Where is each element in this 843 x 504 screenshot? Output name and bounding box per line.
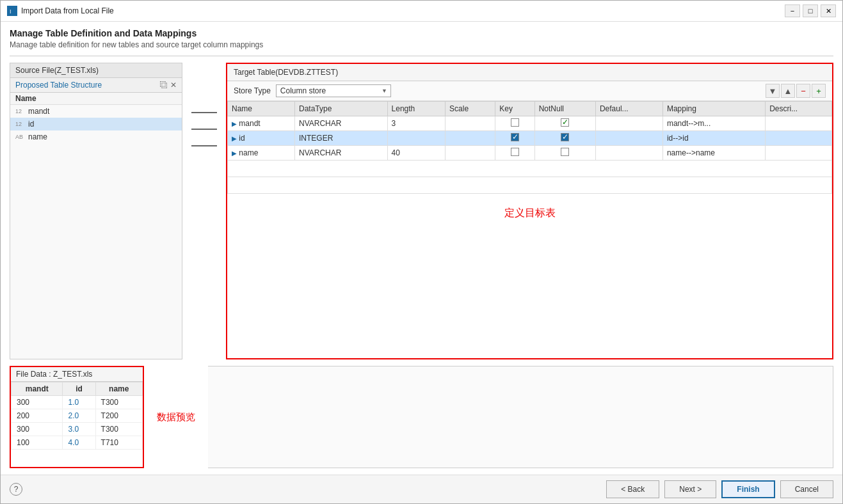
- expand-mandt[interactable]: ▶: [232, 120, 237, 127]
- val-mandt-1: 300: [12, 396, 63, 409]
- bottom-right-area: [208, 366, 833, 468]
- copy-icon[interactable]: ⿻: [160, 81, 168, 90]
- row-mandt-length: 3: [387, 116, 445, 131]
- col-mandt: mandt: [12, 382, 63, 396]
- badge-mandt: 12: [15, 108, 26, 114]
- source-file-section: Source File(Z_TEST.xls) Proposed Table S…: [10, 63, 182, 359]
- list-item: 300 3.0 T300: [12, 423, 143, 436]
- table-row[interactable]: ▶ name NVARCHAR 40 name-->name: [228, 146, 832, 161]
- name-mandt: mandt: [28, 107, 177, 116]
- down-arrow-btn[interactable]: ▼: [766, 84, 780, 98]
- close-button[interactable]: ✕: [821, 4, 836, 17]
- row-name-length: 40: [387, 146, 445, 161]
- window-controls: − □ ✕: [785, 4, 836, 17]
- store-type-wrapper[interactable]: Column store Row store: [276, 84, 391, 97]
- proposed-label: Proposed Table Structure: [15, 81, 157, 90]
- table-row-empty: [228, 161, 832, 177]
- key-checkbox-name[interactable]: [511, 148, 519, 156]
- row-id-desc: [766, 131, 832, 146]
- row-id-scale: [446, 131, 495, 146]
- val-id-3: 3.0: [63, 423, 95, 436]
- close-icon[interactable]: ✕: [170, 81, 177, 90]
- svg-text:I: I: [10, 8, 12, 15]
- val-name-1: T300: [95, 396, 142, 409]
- notnull-checkbox-mandt[interactable]: [561, 118, 569, 127]
- row-mandt-scale: [446, 116, 495, 131]
- target-table: Name DataType Length Scale Key NotNull D…: [227, 101, 832, 194]
- back-button[interactable]: < Back: [606, 480, 659, 498]
- name-id: id: [28, 120, 177, 129]
- app-icon: I: [7, 6, 17, 16]
- val-name-3: T300: [95, 423, 142, 436]
- key-checkbox-id[interactable]: [511, 133, 519, 141]
- badge-id: 12: [15, 121, 26, 127]
- row-name-notnull: [534, 146, 595, 161]
- badge-name: AB: [15, 134, 26, 140]
- window-title: Import Data from Local File: [21, 6, 785, 15]
- connector-svg: [191, 101, 217, 178]
- separator: [10, 56, 833, 56]
- page-title: Manage Table Definition and Data Mapping…: [10, 28, 833, 38]
- val-mandt-2: 200: [12, 409, 63, 423]
- minus-btn[interactable]: −: [796, 84, 810, 98]
- list-item: 300 1.0 T300: [12, 396, 143, 409]
- notnull-checkbox-id[interactable]: [561, 133, 569, 141]
- col-header-mapping: Mapping: [662, 102, 765, 116]
- row-mandt-datatype: NVARCHAR: [294, 116, 387, 131]
- val-name-4: T710: [95, 436, 142, 450]
- row-id-datatype: INTEGER: [294, 131, 387, 146]
- val-name-2: T200: [95, 409, 142, 423]
- target-table-wrapper: Name DataType Length Scale Key NotNull D…: [227, 101, 832, 358]
- col-header-datatype: DataType: [294, 102, 387, 116]
- key-checkbox-mandt[interactable]: [511, 118, 519, 127]
- row-mandt-key: [495, 116, 534, 131]
- file-data-header: File Data : Z_TEST.xls: [11, 367, 143, 382]
- row-id-mapping: id-->id: [662, 131, 765, 146]
- source-file-header: Source File(Z_TEST.xls): [10, 63, 182, 78]
- list-item: 100 4.0 T710: [12, 436, 143, 450]
- source-item-mandt[interactable]: 12 mandt: [10, 105, 182, 118]
- target-table-panel: Target Table(DEVDB.ZTTEST) Store Type Co…: [226, 63, 833, 359]
- footer-buttons: < Back Next > Finish Cancel: [606, 480, 833, 498]
- file-data-section: File Data : Z_TEST.xls mandt id name 300: [10, 366, 144, 468]
- col-header-name: Name: [228, 102, 295, 116]
- col-id: id: [63, 382, 95, 396]
- source-tree: 12 mandt 12 id AB name: [10, 105, 182, 359]
- row-id-key: [495, 131, 534, 146]
- content-area: Manage Table Definition and Data Mapping…: [1, 22, 842, 475]
- plus-btn[interactable]: +: [812, 84, 826, 98]
- source-item-id[interactable]: 12 id: [10, 118, 182, 130]
- data-preview-table: mandt id name 300 1.0 T300: [11, 382, 143, 450]
- col-header-notnull: NotNull: [534, 102, 595, 116]
- row-id-name: ▶ id: [228, 131, 295, 146]
- col-header-default: Defaul...: [595, 102, 662, 116]
- col-header-desc: Descri...: [766, 102, 832, 116]
- notnull-checkbox-name[interactable]: [561, 148, 569, 156]
- maximize-button[interactable]: □: [803, 4, 818, 17]
- row-name-name: ▶ name: [228, 146, 295, 161]
- row-id-length: [387, 131, 445, 146]
- finish-button[interactable]: Finish: [721, 480, 775, 498]
- minimize-button[interactable]: −: [785, 4, 800, 17]
- next-button[interactable]: Next >: [664, 480, 716, 498]
- col-header-scale: Scale: [446, 102, 495, 116]
- title-bar: I Import Data from Local File − □ ✕: [1, 1, 842, 22]
- expand-id[interactable]: ▶: [232, 135, 237, 142]
- up-arrow-btn[interactable]: ▲: [781, 84, 795, 98]
- source-item-name[interactable]: AB name: [10, 130, 182, 143]
- table-row[interactable]: ▶ id INTEGER id-->id: [228, 131, 832, 146]
- table-row[interactable]: ▶ mandt NVARCHAR 3 mandt-->m...: [228, 116, 832, 131]
- expand-name[interactable]: ▶: [232, 150, 237, 157]
- name-name: name: [28, 132, 177, 141]
- store-type-row: Store Type Column store Row store ▼ ▲ − …: [227, 81, 832, 101]
- preview-header-row: mandt id name: [12, 382, 143, 396]
- store-type-select[interactable]: Column store Row store: [276, 84, 391, 97]
- help-button[interactable]: ?: [10, 483, 22, 496]
- cancel-button[interactable]: Cancel: [780, 480, 833, 498]
- col-header-key: Key: [495, 102, 534, 116]
- col-name: name: [95, 382, 142, 396]
- row-id-notnull: [534, 131, 595, 146]
- page-subtitle: Manage table definition for new tables a…: [10, 40, 833, 49]
- row-name-desc: [766, 146, 832, 161]
- table-row-empty: [228, 177, 832, 194]
